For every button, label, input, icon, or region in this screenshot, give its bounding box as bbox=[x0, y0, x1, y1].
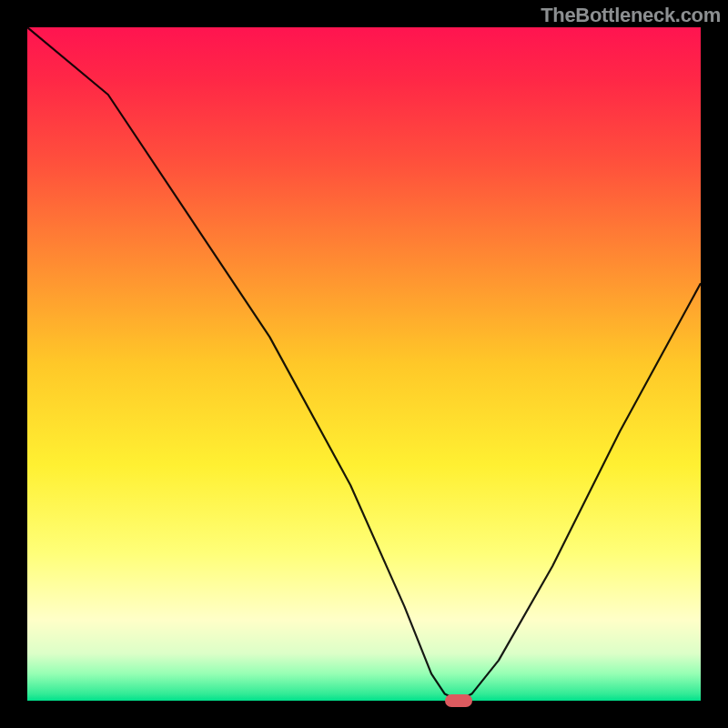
optimum-marker bbox=[445, 694, 472, 707]
curve-path bbox=[27, 27, 701, 701]
bottleneck-chart: TheBottleneck.com bbox=[0, 0, 728, 728]
watermark-text: TheBottleneck.com bbox=[541, 4, 721, 27]
plot-area bbox=[27, 27, 701, 701]
curve-svg bbox=[27, 27, 701, 701]
